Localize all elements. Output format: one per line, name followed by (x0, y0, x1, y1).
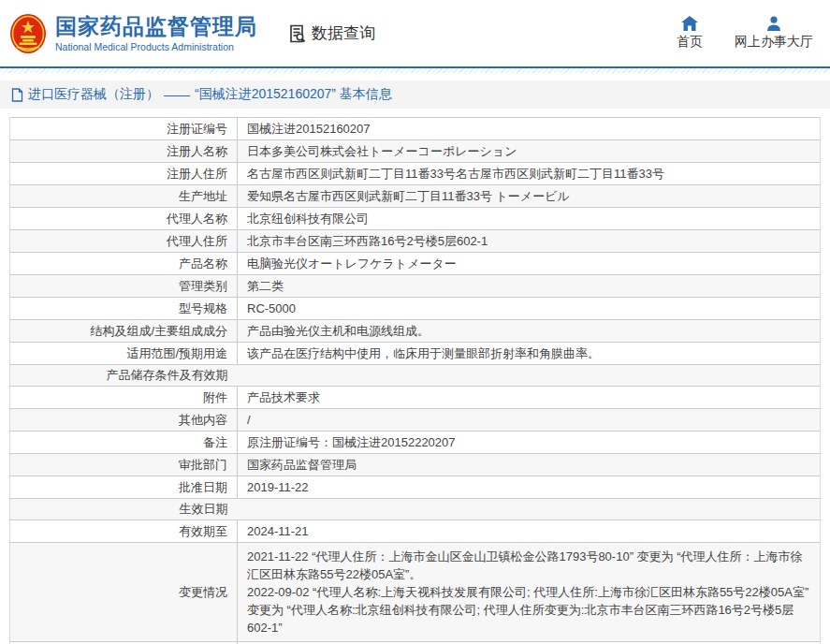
home-icon (681, 16, 698, 31)
row-label: 有效期至 (10, 520, 238, 543)
row-label: 型号规格 (10, 298, 238, 320)
row-value: 2021-11-22 “代理人住所：上海市金山区金山卫镇松金公路1793号80-… (238, 543, 821, 642)
org-name-cn: 国家药品监督管理局 (55, 14, 257, 38)
table-row: 附件 产品技术要求 (10, 387, 821, 409)
row-value (238, 499, 821, 520)
nav-home-label: 首页 (677, 34, 703, 51)
site-header: 国家药品监督管理局 National Medical Products Admi… (0, 0, 830, 68)
row-value: 日本多美公司株式会社トーメーコーポレーション (238, 140, 821, 163)
table-row: 型号规格 RC-5000 (10, 298, 821, 320)
row-label: 适用范围/预期用途 (10, 343, 238, 365)
table-row: 结构及组成/主要组成成分 产品由验光仪主机和电源线组成。 (10, 320, 821, 343)
table-row: 注册人住所 名古屋市西区则武新町二丁目11番33号名古屋市西区则武新町二丁目11… (10, 163, 821, 185)
row-label: 结构及组成/主要组成成分 (10, 320, 238, 343)
row-label: 管理类别 (10, 275, 238, 298)
row-value: 产品由验光仪主机和电源线组成。 (238, 320, 821, 343)
row-label: 注册人名称 (10, 140, 238, 163)
table-row: 批准日期 2019-11-22 (10, 476, 821, 499)
breadcrumb-section[interactable]: 进口医疗器械（注册） (28, 86, 159, 103)
table-row: 生产地址 爱知県名古屋市西区则武新町二丁目11番33号 トーメービル (10, 185, 821, 208)
table-row: 产品名称 电脑验光仪オートレフケラトメーター (10, 253, 821, 275)
table-row: 产品储存条件及有效期 (10, 365, 821, 387)
data-query-label: 数据查询 (312, 22, 375, 44)
row-label: 备注 (10, 432, 238, 454)
row-value: 爱知県名古屋市西区则武新町二丁目11番33号 トーメービル (238, 185, 821, 208)
row-label: 附件 (10, 387, 238, 409)
table-row: 注册证编号 国械注进20152160207 (10, 118, 821, 140)
row-label: 产品储存条件及有效期 (10, 365, 238, 387)
user-icon (766, 16, 781, 31)
breadcrumb-separator: —— (164, 87, 190, 102)
org-names: 国家药品监督管理局 National Medical Products Admi… (55, 14, 257, 53)
table-row: 有效期至 2024-11-21 (10, 520, 821, 543)
brand-block: 国家药品监督管理局 National Medical Products Admi… (9, 13, 257, 54)
row-label: 产品名称 (10, 253, 238, 275)
row-value: 北京纽创科技有限公司 (238, 208, 821, 230)
document-icon (11, 88, 23, 102)
national-emblem-logo (9, 13, 47, 54)
header-nav: 首页 网上办事大厅 (677, 16, 817, 51)
row-label: 生效日期 (10, 499, 238, 520)
row-value: 第二类 (238, 275, 821, 298)
breadcrumb-current: “国械注进20152160207” 基本信息 (195, 86, 392, 103)
row-label: 变更情况 (10, 543, 238, 642)
table-row: 适用范围/预期用途 该产品在医疗结构中使用，临床用于测量眼部折射率和角膜曲率。 (10, 343, 821, 365)
table-row: 代理人名称 北京纽创科技有限公司 (10, 208, 821, 230)
row-value: 该产品在医疗结构中使用，临床用于测量眼部折射率和角膜曲率。 (238, 343, 821, 365)
header-hatch-divider (0, 68, 830, 73)
table-row: 其他内容 / (10, 409, 821, 432)
row-label: 代理人住所 (10, 230, 238, 253)
row-label: 批准日期 (10, 476, 238, 499)
row-value: 2024-11-21 (238, 520, 821, 543)
data-query-section: 数据查询 (287, 22, 375, 44)
org-name-en: National Medical Products Administration (55, 41, 257, 52)
nav-service-hall-label: 网上办事大厅 (735, 34, 813, 51)
row-value: / (238, 409, 821, 432)
row-label: 其他内容 (10, 409, 238, 432)
row-label: 注册人住所 (10, 163, 238, 185)
table-row: 生效日期 (10, 499, 821, 520)
nav-home[interactable]: 首页 (677, 16, 703, 51)
row-value: 原注册证编号：国械注进20152220207 (238, 432, 821, 454)
row-value (238, 365, 821, 387)
table-row: 审批部门 国家药品监督管理局 (10, 454, 821, 476)
table-row: 管理类别 第二类 (10, 275, 821, 298)
row-value: 北京市丰台区南三环西路16号2号楼5层602-1 (238, 230, 821, 253)
row-value: 名古屋市西区则武新町二丁目11番33号名古屋市西区则武新町二丁目11番33号 (238, 163, 821, 185)
table-row: 代理人住所 北京市丰台区南三环西路16号2号楼5层602-1 (10, 230, 821, 253)
row-value: 2019-11-22 (238, 476, 821, 499)
data-query-icon (287, 23, 308, 44)
row-label: 注册证编号 (10, 118, 238, 140)
row-value: 国械注进20152160207 (238, 118, 821, 140)
table-row-change-history: 变更情况 2021-11-22 “代理人住所：上海市金山区金山卫镇松金公路179… (10, 543, 821, 642)
row-value: 电脑验光仪オートレフケラトメーター (238, 253, 821, 275)
nav-service-hall[interactable]: 网上办事大厅 (735, 16, 813, 51)
row-label: 审批部门 (10, 454, 238, 476)
row-value: 国家药品监督管理局 (238, 454, 821, 476)
row-value: 产品技术要求 (238, 387, 821, 409)
row-label: 生产地址 (10, 185, 238, 208)
table-row: 注册人名称 日本多美公司株式会社トーメーコーポレーション (10, 140, 821, 163)
table-row: 备注 原注册证编号：国械注进20152220207 (10, 432, 821, 454)
registration-detail-table: 注册证编号 国械注进20152160207 注册人名称 日本多美公司株式会社トー… (9, 117, 821, 644)
row-value: RC-5000 (238, 298, 821, 320)
row-label: 代理人名称 (10, 208, 238, 230)
breadcrumb: 进口医疗器械（注册） —— “国械注进20152160207” 基本信息 (0, 80, 830, 109)
